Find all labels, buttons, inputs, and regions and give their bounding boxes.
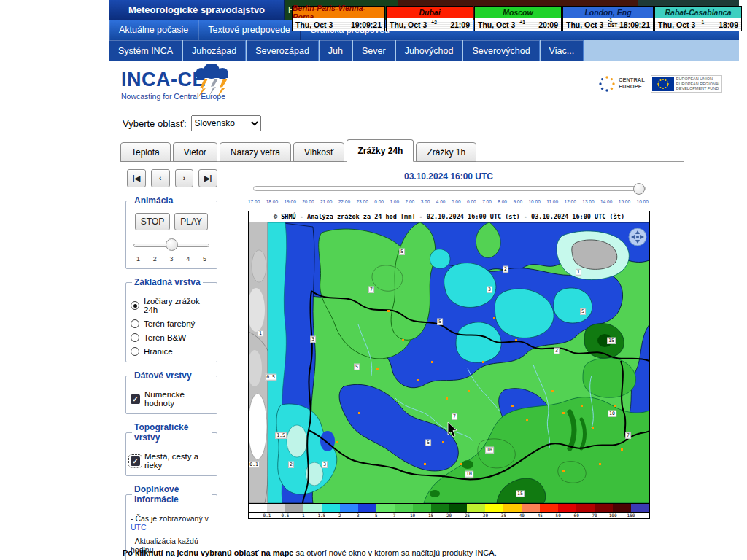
map-value-label: 3 <box>322 462 328 468</box>
clock-offset: +1 <box>519 20 525 25</box>
legend-cell-8 <box>395 504 413 512</box>
clock-offset: -1 <box>700 20 704 25</box>
data-layers-legend: Dátové vrstvy <box>132 370 194 381</box>
region-select[interactable]: Slovensko <box>191 115 261 131</box>
stop-button[interactable]: STOP <box>135 213 170 230</box>
data-layer-option-0[interactable]: ✓Numerické hodnoty <box>131 390 212 408</box>
tab-zr-ky-24h[interactable]: Zrážky 24h <box>347 139 414 162</box>
time-slider-track[interactable] <box>253 186 646 191</box>
topo-layer-option-0[interactable]: ✓Mestá, cesty a rieky <box>131 452 212 470</box>
radio-icon[interactable] <box>131 347 139 356</box>
clock-city: Dubai <box>387 7 473 18</box>
clock-0: Berlin-Paris-Vienna-RomaThu, Oct 319:09:… <box>292 6 385 31</box>
option-label: Numerické hodnoty <box>144 390 212 408</box>
base-layer-option-3[interactable]: Hranice <box>131 347 212 356</box>
time-tick: 17:00 <box>248 199 260 204</box>
city-marker-icon <box>482 361 484 363</box>
map-value-label: 0.5 <box>265 374 276 381</box>
current-timestamp: 03.10.2024 16:00 UTC <box>252 171 646 182</box>
nav-secondary-item-3[interactable]: Juh <box>320 40 352 61</box>
base-layer-option-1[interactable]: Terén farebný <box>131 319 212 328</box>
speed-label-1: 1 <box>136 255 140 262</box>
map-value-label: 10 <box>608 411 616 417</box>
nav-secondary-item-2[interactable]: Severozápad <box>247 40 319 61</box>
first-frame-button[interactable]: |◀ <box>127 169 146 187</box>
map-canvas[interactable]: 75310.50.11.52353235115571010715510 <box>249 222 649 503</box>
info-utc-prefix: - Čas je zobrazovaný v <box>131 514 209 523</box>
radio-icon[interactable] <box>131 319 139 328</box>
time-tick: 11:00 <box>546 199 558 204</box>
map-value-label: 10 <box>465 471 473 478</box>
legend-label: 1.5 <box>317 513 325 518</box>
tab-teplota[interactable]: Teplota <box>120 142 171 162</box>
map-value-label: 10 <box>485 447 494 454</box>
clock-date: Thu, Oct 3 <box>390 20 427 29</box>
clock-4: Rabat-CasablancaThu, Oct 3-118:09 <box>654 6 742 31</box>
city-marker-icon <box>511 405 514 407</box>
pan-control-icon[interactable] <box>629 228 646 246</box>
city-marker-icon <box>599 463 601 465</box>
tab-n-razy-vetra[interactable]: Nárazy vetra <box>220 142 291 162</box>
map-title: © SHMÚ - Analýza zrážok za 24 hod [mm] -… <box>249 211 649 222</box>
play-button[interactable]: PLAY <box>174 213 208 230</box>
utc-link[interactable]: UTC <box>131 523 147 532</box>
map-value-label: 7 <box>625 432 631 439</box>
legend-cell-7 <box>376 504 395 512</box>
speed-label-4: 4 <box>186 255 190 262</box>
nav-secondary-item-4[interactable]: Sever <box>353 40 395 61</box>
base-layer-option-2[interactable]: Terén B&W <box>131 333 212 342</box>
clock-time: 18:09:21 <box>619 20 650 29</box>
time-tick: 15:00 <box>619 199 630 204</box>
checkbox-icon[interactable]: ✓ <box>131 394 140 404</box>
time-slider[interactable] <box>253 183 646 195</box>
map-value-label: 15 <box>516 491 525 497</box>
time-tick: 23:00 <box>357 199 368 204</box>
city-marker-icon <box>562 412 565 414</box>
nav-secondary-item-6[interactable]: Severovýchod <box>463 40 539 61</box>
prev-frame-button[interactable]: ‹ <box>151 169 170 187</box>
partner-logos: CENTRAL EUROPE EUROPEAN UNION EUROPEAN R… <box>598 75 722 93</box>
precip-color-scale <box>249 503 649 512</box>
nav-secondary-item-7[interactable]: Viac... <box>541 40 584 61</box>
map-value-label: 1.5 <box>275 432 287 439</box>
speed-slider-thumb[interactable] <box>166 238 178 251</box>
clock-time: 20:09 <box>538 20 558 29</box>
radio-icon[interactable] <box>131 333 139 342</box>
last-frame-button[interactable]: ▶| <box>198 169 217 187</box>
next-frame-button[interactable]: › <box>175 169 194 187</box>
map-value-label: 2 <box>503 266 508 273</box>
app-title: Meteorologické spravodajstvo <box>109 0 285 20</box>
legend-cell-12 <box>467 504 485 512</box>
legend-label: 0.1 <box>263 513 271 518</box>
frame-controls: |◀ ‹ › ▶| <box>127 169 217 187</box>
nav-primary-item-0[interactable]: Aktuálne počasie <box>109 20 198 40</box>
clock-1: DubaiThu, Oct 3+221:09 <box>386 6 473 31</box>
tab-vietor[interactable]: Vietor <box>173 142 217 162</box>
topo-layers-legend: Topografické vrstvy <box>132 422 212 443</box>
tab-zr-ky-1h[interactable]: Zrážky 1h <box>416 142 476 162</box>
time-slider-thumb[interactable] <box>633 183 645 195</box>
nav-secondary-item-0[interactable]: Systém INCA <box>109 40 182 61</box>
precipitation-map[interactable]: © SHMÚ - Analýza zrážok za 24 hod [mm] -… <box>248 211 650 519</box>
nav-secondary-item-5[interactable]: Juhovýchod <box>396 40 463 61</box>
page: Meteorologické spravodajstvo Hy Aktuálne… <box>0 0 747 560</box>
map-hint-bold: Po kliknutí na jednu vybranú oblasť na m… <box>123 548 294 557</box>
legend-cell-1 <box>267 504 285 512</box>
radio-icon[interactable] <box>131 301 139 310</box>
time-tick: 21:00 <box>320 199 332 204</box>
base-layer-option-0[interactable]: Izočiary zrážok 24h <box>131 297 212 314</box>
nav-primary-item-1[interactable]: Textové predpovede <box>198 20 301 40</box>
legend-cell-16 <box>540 504 558 512</box>
clock-city: Moscow <box>475 7 561 18</box>
nav-secondary-item-1[interactable]: Juhozápad <box>183 40 246 61</box>
clock-offset: +2 <box>431 20 436 25</box>
map-value-label: 1 <box>258 330 263 337</box>
speed-label-3: 3 <box>169 255 173 262</box>
city-marker-icon <box>526 419 528 421</box>
option-label: Terén farebný <box>144 319 195 328</box>
tab-vlhkos-[interactable]: Vlhkosť <box>293 142 345 162</box>
speed-slider[interactable] <box>133 238 209 252</box>
checkbox-icon[interactable]: ✓ <box>131 456 140 466</box>
legend-label: 25 <box>465 513 470 518</box>
central-europe-logo-icon <box>598 75 616 93</box>
